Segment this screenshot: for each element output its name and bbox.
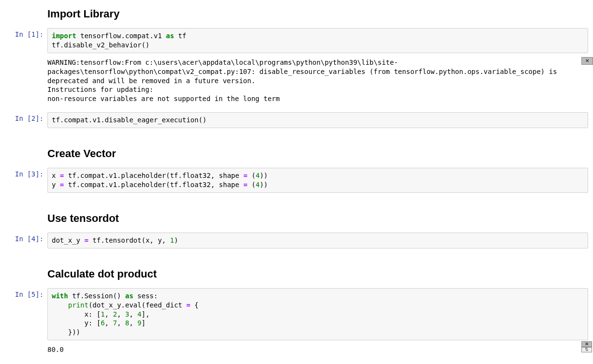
prompt-empty <box>0 1 47 26</box>
code-cell-2[interactable]: In [2]: tf.compat.v1.disable_eager_execu… <box>0 111 593 129</box>
prompt-in-1: In [1]: <box>0 28 47 53</box>
prompt-in-4: In [4]: <box>0 233 47 248</box>
prompt-in-5: In [5]: <box>0 288 47 340</box>
prompt-empty <box>0 141 47 166</box>
code-area-3[interactable]: x = tf.compat.v1.placeholder(tf.float32,… <box>47 168 588 193</box>
prompt-in-2: In [2]: <box>0 112 47 128</box>
prompt-empty <box>0 205 47 231</box>
code-cell-5[interactable]: In [5]: with tf.Session() as sess: print… <box>0 287 593 341</box>
heading-calculate-dot-product: Calculate dot product <box>47 268 588 280</box>
prompt-empty <box>0 342 47 355</box>
output-cell-1: ✕ WARNING:tensorflow:From c:\users\acer\… <box>0 54 593 105</box>
prompt-empty <box>0 55 47 104</box>
collapse-icon: ✕ <box>581 57 593 65</box>
code-area-4[interactable]: dot_x_y = tf.tensordot(x, y, 1) <box>47 233 588 248</box>
output-text-1: WARNING:tensorflow:From c:\users\acer\ap… <box>47 55 588 104</box>
output-cell-5: ✕ ⇅ 80.0 <box>0 341 593 356</box>
notebook: Import Library In [1]: import tensorflow… <box>0 0 593 356</box>
heading-import-library: Import Library <box>47 8 588 20</box>
output-toggle-stack[interactable]: ✕ ⇅ <box>581 341 592 352</box>
code-cell-3[interactable]: In [3]: x = tf.compat.v1.placeholder(tf.… <box>0 167 593 194</box>
heading-create-vector: Create Vector <box>47 147 588 160</box>
code-area-5[interactable]: with tf.Session() as sess: print(dot_x_y… <box>47 288 588 340</box>
prompt-empty <box>0 261 47 286</box>
code-cell-4[interactable]: In [4]: dot_x_y = tf.tensordot(x, y, 1) <box>0 232 593 249</box>
expand-scroll-icon: ⇅ <box>581 347 592 352</box>
heading-use-tensordot: Use tensordot <box>47 212 588 225</box>
code-area-2[interactable]: tf.compat.v1.disable_eager_execution() <box>47 112 588 128</box>
output-toggle-icon[interactable]: ✕ <box>581 57 592 65</box>
markdown-cell: Use tensordot <box>0 204 593 232</box>
code-area-1[interactable]: import tensorflow.compat.v1 as tf tf.dis… <box>47 28 588 53</box>
prompt-in-3: In [3]: <box>0 168 47 193</box>
code-cell-1[interactable]: In [1]: import tensorflow.compat.v1 as t… <box>0 27 593 54</box>
markdown-cell: Calculate dot product <box>0 260 593 287</box>
collapse-icon: ✕ <box>581 341 592 347</box>
markdown-cell: Import Library <box>0 0 593 27</box>
output-text-5: 80.0 <box>47 342 588 355</box>
markdown-cell: Create Vector <box>0 140 593 167</box>
